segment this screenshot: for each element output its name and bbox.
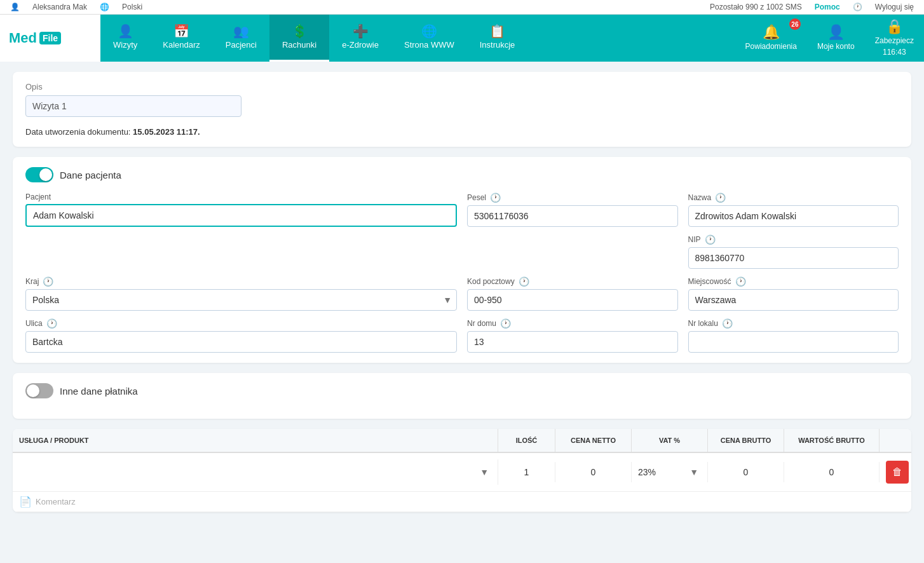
- powiadomienia-button[interactable]: 🔔 26 Powiadomienia: [735, 15, 807, 62]
- nr-lokalu-input[interactable]: [688, 331, 899, 353]
- inne-dane-header: Inne dane płatnika: [25, 383, 899, 398]
- nav-ezdrowie[interactable]: ➕ e-Zdrowie: [329, 15, 391, 62]
- nav-instrukcje[interactable]: 📋 Instrukcje: [467, 15, 528, 62]
- doc-date-value: 15.05.2023 11:17.: [133, 127, 200, 137]
- table-header: USŁUGA / PRODUKT ILOŚĆ CENA NETTO VAT % …: [13, 429, 911, 453]
- nav-right: 🔔 26 Powiadomienia 👤 Moje konto 🔒 Zabezp…: [735, 15, 924, 62]
- kod-group: Kod pocztowy 🕐: [467, 276, 678, 311]
- cena-netto-input[interactable]: [562, 467, 625, 477]
- nav-kalendarz-label: Kalendarz: [163, 40, 200, 50]
- inne-toggle-knob: [27, 384, 39, 397]
- pacjent-group: Pacjent: [25, 193, 457, 227]
- ulica-group: Ulica 🕐: [25, 318, 457, 353]
- service-select-wrapper: ▼: [19, 465, 491, 480]
- nr-lokalu-label: Nr lokalu 🕐: [688, 318, 899, 329]
- logo: MedFile: [0, 15, 100, 62]
- ulica-history-icon[interactable]: 🕐: [46, 318, 57, 329]
- nazwa-input[interactable]: [688, 205, 899, 227]
- top-bar-left: 👤 Aleksandra Mak 🌐 Polski: [10, 3, 142, 11]
- logout-link[interactable]: Wyloguj się: [875, 3, 914, 11]
- pesel-input[interactable]: [467, 205, 678, 227]
- nav-instrukcje-label: Instrukcje: [480, 40, 515, 50]
- bell-icon: 🔔: [763, 25, 780, 39]
- wizyty-icon: 👤: [118, 25, 133, 37]
- clock-icon: 🕐: [853, 3, 862, 11]
- comment-placeholder: Komentarz: [36, 497, 76, 506]
- language: Polski: [122, 3, 142, 11]
- nip-history-icon[interactable]: 🕐: [705, 234, 716, 245]
- products-table: USŁUGA / PRODUKT ILOŚĆ CENA NETTO VAT % …: [13, 429, 911, 512]
- ilosc-input[interactable]: [505, 467, 548, 477]
- nip-input[interactable]: [688, 247, 899, 269]
- miejscowosc-input[interactable]: [688, 289, 899, 311]
- nav-strona[interactable]: 🌐 Strona WWW: [391, 15, 467, 62]
- pacjent-input[interactable]: [25, 204, 457, 227]
- wartosc-brutto-input[interactable]: [791, 467, 873, 477]
- nr-domu-label: Nr domu 🕐: [467, 318, 678, 329]
- nr-lokalu-history-icon[interactable]: 🕐: [722, 318, 733, 329]
- nazwa-history-icon[interactable]: 🕐: [715, 193, 726, 203]
- ilosc-cell: [498, 462, 555, 482]
- th-cena-brutto: CENA BRUTTO: [708, 429, 784, 452]
- service-cell: ▼: [13, 459, 498, 485]
- dane-pacjenta-form: Pacjent Pesel 🕐 Nazwa 🕐: [25, 193, 899, 227]
- toggle-knob: [39, 168, 52, 181]
- notification-badge: 26: [789, 18, 801, 30]
- nav-kalendarz[interactable]: 📅 Kalendarz: [150, 15, 213, 62]
- main-nav: MedFile 👤 Wizyty 📅 Kalendarz 👥 Pacjenci …: [0, 15, 924, 62]
- nav-pacjenci[interactable]: 👥 Pacjenci: [213, 15, 269, 62]
- pesel-history-icon[interactable]: 🕐: [490, 193, 501, 203]
- miejscowosc-history-icon[interactable]: 🕐: [735, 276, 746, 287]
- dane-pacjenta-toggle[interactable]: [25, 167, 53, 182]
- nav-rachunki-label: Rachunki: [282, 40, 316, 50]
- kraj-label: Kraj 🕐: [25, 276, 457, 287]
- nazwa-label: Nazwa 🕐: [688, 193, 899, 203]
- inne-dane-section: Inne dane płatnika: [13, 373, 911, 419]
- nr-domu-history-icon[interactable]: 🕐: [500, 318, 511, 329]
- nr-domu-input[interactable]: [467, 331, 678, 353]
- powiadomienia-label: Powiadomienia: [745, 42, 797, 51]
- dane-pacjenta-header: Dane pacjenta: [25, 167, 899, 182]
- nip-label: NIP 🕐: [688, 234, 899, 245]
- kod-input[interactable]: [467, 289, 678, 311]
- pesel-group: Pesel 🕐: [467, 193, 678, 227]
- vat-select[interactable]: 0% 5% 8% 23% ZW: [638, 467, 701, 477]
- delete-row-button[interactable]: 🗑: [886, 461, 909, 484]
- zabezpiecz-button[interactable]: 🔒 Zabezpiecz 116:43: [865, 15, 924, 62]
- vat-select-wrapper: 0% 5% 8% 23% ZW ▼: [638, 467, 701, 477]
- nazwa-group: Nazwa 🕐: [688, 193, 899, 227]
- moje-konto-button[interactable]: 👤 Moje konto: [807, 15, 865, 62]
- dane-pacjenta-label: Dane pacjenta: [60, 170, 121, 180]
- delete-cell: 🗑: [880, 453, 911, 491]
- inne-dane-toggle[interactable]: [25, 383, 53, 398]
- kraj-select[interactable]: Polska: [25, 289, 457, 311]
- th-vat: VAT %: [632, 429, 708, 452]
- sms-info: Pozostało 990 z 1002 SMS: [710, 3, 802, 11]
- opis-input[interactable]: [25, 95, 241, 117]
- kraj-history-icon[interactable]: 🕐: [43, 276, 53, 287]
- help-link[interactable]: Pomoc: [815, 3, 840, 11]
- th-cena-netto: CENA NETTO: [555, 429, 632, 452]
- ulica-input[interactable]: [25, 331, 457, 353]
- zabezpiecz-label: Zabezpiecz: [875, 36, 914, 45]
- nav-rachunki[interactable]: 💲 Rachunki: [269, 15, 329, 62]
- logo-med: Med: [9, 30, 37, 46]
- strona-icon: 🌐: [421, 25, 437, 37]
- service-select[interactable]: [19, 465, 491, 480]
- username: Aleksandra Mak: [32, 3, 87, 11]
- nav-wizyty-label: Wizyty: [113, 40, 137, 50]
- pesel-label: Pesel 🕐: [467, 193, 678, 203]
- account-icon: 👤: [827, 25, 845, 39]
- moje-konto-label: Moje konto: [817, 42, 855, 51]
- top-bar: 👤 Aleksandra Mak 🌐 Polski Pozostało 990 …: [0, 0, 924, 15]
- th-ilosc: ILOŚĆ: [498, 429, 555, 452]
- ezdrowie-icon: ➕: [353, 25, 369, 37]
- nav-wizyty[interactable]: 👤 Wizyty: [100, 15, 150, 62]
- nr-lokalu-group: Nr lokalu 🕐: [688, 318, 899, 353]
- doc-date: Data utworzenia dokumentu: 15.05.2023 11…: [25, 127, 899, 137]
- nav-items: 👤 Wizyty 📅 Kalendarz 👥 Pacjenci 💲 Rachun…: [100, 15, 735, 62]
- cena-brutto-input[interactable]: [714, 467, 777, 477]
- kod-history-icon[interactable]: 🕐: [519, 276, 529, 287]
- pacjenci-icon: 👥: [233, 25, 249, 37]
- table-row: ▼ 0% 5% 8% 23% ZW ▼: [13, 453, 911, 492]
